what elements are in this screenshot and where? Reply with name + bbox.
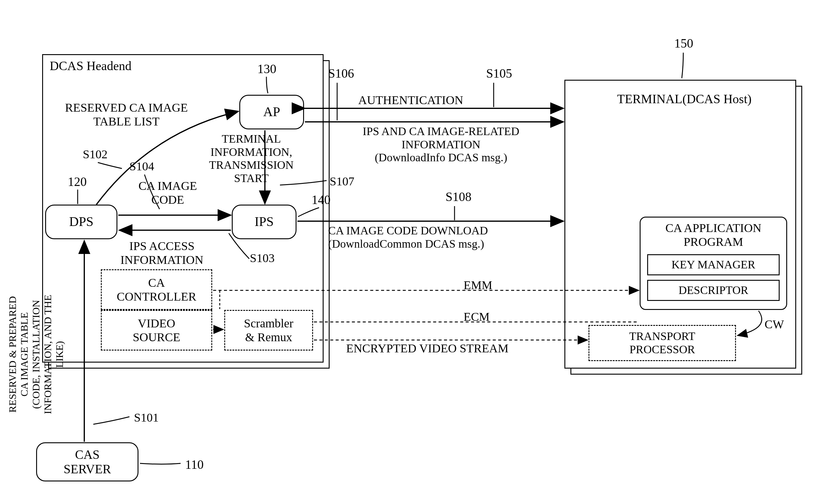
ca-controller-box: CA CONTROLLER — [101, 269, 212, 310]
s107-ref: S107 — [330, 175, 354, 188]
descriptor-label: DESCRIPTOR — [678, 284, 748, 297]
key-mgr-box: KEY MANAGER — [647, 254, 780, 275]
s101-ref: S101 — [134, 411, 159, 425]
dps-ref: 120 — [68, 175, 87, 189]
dps-label: DPS — [69, 214, 94, 230]
scrambler-box: Scrambler & Remux — [224, 310, 313, 350]
s103-text: IPS ACCESS INFORMATION — [121, 239, 204, 267]
ap-label: AP — [263, 104, 280, 120]
ecm-label: ECM — [464, 310, 490, 324]
s107-text: TERMINAL INFORMATION, TRANSMISSION START — [199, 132, 304, 185]
s105-text: AUTHENTICATION — [358, 93, 463, 107]
terminal-ref: 150 — [674, 36, 693, 51]
ips-box: IPS — [232, 205, 296, 239]
cas-label: CAS SERVER — [63, 447, 111, 477]
transport-box: TRANSPORT PROCESSOR — [589, 325, 736, 361]
dps-box: DPS — [45, 205, 118, 239]
ips-label: IPS — [255, 214, 274, 230]
ca-controller-label: CA CONTROLLER — [117, 276, 196, 303]
cw-label: CW — [764, 317, 784, 331]
s108-ref: S108 — [445, 190, 471, 204]
s105-ref: S105 — [486, 66, 512, 81]
s102-text: RESERVED CA IMAGE TABLE LIST — [54, 101, 199, 129]
s106-text: IPS AND CA IMAGE-RELATED INFORMATION (Do… — [328, 125, 554, 164]
s101-text: RESERVED & PREPARED CA IMAGE TABLE (CODE… — [7, 264, 65, 445]
s104-ref: S104 — [129, 159, 154, 173]
ips-ref: 140 — [312, 192, 331, 207]
key-mgr-label: KEY MANAGER — [672, 258, 755, 271]
video-source-box: VIDEO SOURCE — [101, 310, 212, 350]
descriptor-box: DESCRIPTOR — [647, 280, 780, 301]
scrambler-label: Scrambler & Remux — [244, 317, 293, 344]
transport-label: TRANSPORT PROCESSOR — [629, 330, 695, 356]
cas-ref: 110 — [185, 457, 204, 472]
s103-ref: S103 — [250, 251, 275, 265]
s108-text: CA IMAGE CODE DOWNLOAD (DownloadCommon D… — [328, 224, 569, 250]
video-label: ENCRYPTED VIDEO STREAM — [346, 342, 509, 355]
s102-ref: S102 — [83, 148, 107, 161]
terminal-title: TERMINAL(DCAS Host) — [617, 92, 752, 106]
cas-box: CAS SERVER — [36, 442, 138, 481]
headend-title: DCAS Headend — [50, 59, 132, 73]
ap-ref: 130 — [257, 62, 276, 76]
emm-label: EMM — [464, 278, 492, 292]
ca-app-label: CA APPLICATION PROGRAM — [659, 221, 768, 249]
s104-text: CA IMAGE CODE — [138, 179, 197, 207]
s106-ref: S106 — [328, 66, 354, 81]
ap-box: AP — [239, 95, 304, 129]
video-source-label: VIDEO SOURCE — [133, 317, 180, 344]
